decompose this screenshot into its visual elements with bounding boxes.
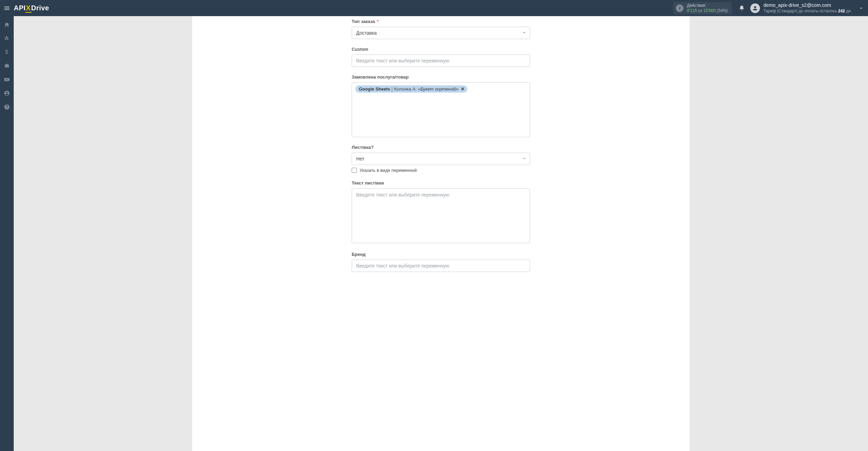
sidebar-item-billing[interactable] — [3, 48, 11, 56]
sidebar-item-tools[interactable] — [3, 62, 11, 70]
postcard-text-input[interactable] — [352, 188, 530, 243]
field-label: Текст листівки — [352, 180, 530, 186]
field-label: Custom — [352, 47, 530, 52]
avatar — [750, 3, 760, 13]
field-ordered-service: Замовлена послуга/товар Google Sheets | … — [352, 74, 530, 137]
user-text: demo_apix-drive_s2@com.com Тариф |Станда… — [763, 2, 851, 14]
variable-chip: Google Sheets | Колонка A: «Букет гортен… — [355, 85, 467, 93]
chip-remove-button[interactable]: ✕ — [461, 86, 465, 92]
postcard-variable-checkbox[interactable] — [352, 168, 357, 173]
logo-text-api: API — [14, 4, 26, 12]
field-order-type: Тип заказа * Доставка — [352, 19, 530, 39]
chip-column: Колонка A: — [394, 86, 417, 92]
user-plan: Тариф |Стандарт| до оплаты осталось 242 … — [763, 9, 851, 14]
field-custom: Custom — [352, 47, 530, 67]
plan-days: 242 — [838, 9, 845, 13]
sitemap-icon — [4, 35, 10, 41]
dollar-icon — [4, 49, 10, 55]
select-value: Доставка — [352, 27, 530, 39]
youtube-icon — [4, 76, 10, 83]
chip-source: Google Sheets — [359, 86, 390, 92]
chevron-down-icon — [858, 5, 864, 11]
field-label: Бренд — [352, 252, 530, 257]
label-text: Тип заказа — [352, 19, 375, 24]
sidebar — [0, 16, 14, 451]
order-type-select[interactable]: Доставка — [352, 27, 530, 39]
brand-input[interactable] — [352, 260, 530, 272]
usage-of-word: из — [698, 8, 702, 13]
select-value: Нет — [352, 153, 530, 165]
usage-pct: (54%) — [717, 8, 728, 13]
sidebar-item-help[interactable] — [3, 103, 11, 111]
custom-input[interactable] — [352, 55, 530, 67]
logo-text-drive: Drive — [31, 4, 49, 12]
question-circle-icon — [4, 104, 10, 110]
usage-counter[interactable]: i Действия: 8'115 из 15'000 (54%) — [673, 2, 732, 14]
briefcase-icon — [4, 63, 10, 69]
usage-values: 8'115 из 15'000 (54%) — [687, 8, 728, 13]
field-label: Тип заказа * — [352, 19, 530, 24]
user-menu-expand[interactable] — [857, 5, 865, 11]
workspace: Тип заказа * Доставка Custom Замовлена п… — [14, 16, 868, 451]
info-icon: i — [676, 4, 683, 12]
checkbox-label: Указать в виде переменной — [360, 168, 417, 173]
usage-text: Действия: 8'115 из 15'000 (54%) — [687, 3, 728, 13]
sidebar-item-connections[interactable] — [3, 35, 11, 42]
user-icon — [752, 5, 758, 11]
field-postcard: Листівка? Нет Указать в виде переменной — [352, 145, 530, 173]
ordered-tag-area[interactable]: Google Sheets | Колонка A: «Букет гортен… — [352, 82, 530, 137]
bell-icon — [739, 5, 745, 11]
chip-value: «Букет гортензій» — [418, 86, 459, 92]
required-mark: * — [377, 19, 378, 24]
notifications-button[interactable] — [737, 5, 747, 11]
sidebar-item-video[interactable] — [3, 76, 11, 83]
sidebar-item-home[interactable] — [3, 21, 11, 28]
field-label: Листівка? — [352, 145, 530, 150]
field-label: Замовлена послуга/товар — [352, 74, 530, 80]
postcard-select[interactable]: Нет — [352, 153, 530, 165]
plan-suffix: дн — [845, 9, 851, 13]
usage-label: Действия: — [687, 3, 728, 8]
user-circle-icon — [4, 90, 10, 96]
sidebar-item-account[interactable] — [3, 90, 11, 97]
postcard-variable-checkbox-row[interactable]: Указать в виде переменной — [352, 168, 530, 173]
field-brand: Бренд — [352, 252, 530, 272]
main-layout: Тип заказа * Доставка Custom Замовлена п… — [0, 16, 868, 451]
form: Тип заказа * Доставка Custom Замовлена п… — [352, 16, 530, 272]
usage-used: 8'115 — [687, 8, 697, 13]
chip-separator: | — [391, 86, 392, 92]
field-postcard-text: Текст листівки — [352, 180, 530, 244]
home-icon — [4, 22, 10, 28]
menu-toggle-button[interactable] — [0, 0, 14, 16]
logo-text-x: X — [26, 4, 31, 12]
app-logo: APIXDrive — [14, 4, 49, 12]
app-header: APIXDrive i Действия: 8'115 из 15'000 (5… — [0, 0, 868, 16]
hamburger-icon — [3, 5, 10, 12]
form-panel: Тип заказа * Доставка Custom Замовлена п… — [192, 16, 690, 451]
plan-prefix: Тариф |Стандарт| до оплаты осталось — [763, 9, 838, 13]
user-menu[interactable]: demo_apix-drive_s2@com.com Тариф |Станда… — [750, 2, 851, 14]
usage-total: 15'000 — [703, 8, 716, 13]
user-email: demo_apix-drive_s2@com.com — [763, 2, 851, 9]
